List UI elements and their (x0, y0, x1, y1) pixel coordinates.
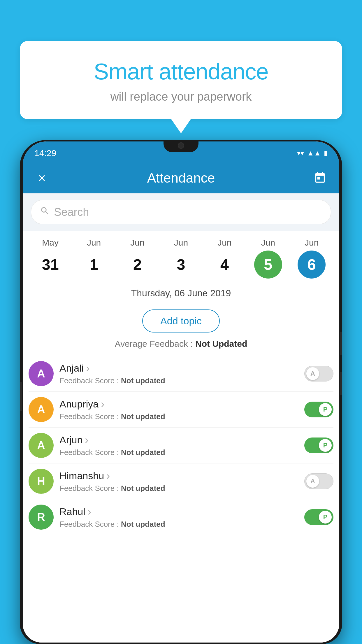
student-info[interactable]: ArjunFeedback Score : Not updated (59, 434, 298, 457)
phone-screen: 14:29 ▾▾ ▲▲ ▮ × Attendance (23, 141, 339, 643)
wifi-icon: ▾▾ (297, 149, 304, 157)
close-button[interactable]: × (33, 170, 51, 186)
speech-bubble-container: Smart attendance will replace your paper… (20, 41, 342, 119)
student-feedback: Feedback Score : Not updated (59, 376, 298, 385)
search-input[interactable]: Search (54, 206, 322, 218)
attendance-toggle[interactable]: A (304, 366, 333, 382)
add-topic-button[interactable]: Add topic (142, 309, 220, 332)
student-list: AAnjaliFeedback Score : Not updatedAAAnu… (23, 356, 339, 535)
toggle-knob: P (319, 511, 332, 524)
date-month-label: Jun (217, 238, 231, 248)
search-bar[interactable]: Search (31, 200, 331, 224)
phone-notch (164, 140, 198, 152)
student-info[interactable]: HimanshuFeedback Score : Not updated (59, 470, 298, 493)
toggle-switch[interactable]: P (304, 402, 333, 417)
student-item: AAnupriyaFeedback Score : Not updatedP (29, 392, 333, 428)
bubble-title: Smart attendance (37, 58, 325, 85)
date-number[interactable]: 31 (36, 251, 64, 279)
toggle-switch[interactable]: P (304, 509, 333, 525)
calendar-date-31[interactable]: May31 (34, 238, 66, 279)
student-name[interactable]: Arjun (59, 434, 298, 446)
student-feedback: Feedback Score : Not updated (59, 520, 298, 529)
toggle-knob: P (319, 403, 332, 416)
student-item: HHimanshuFeedback Score : Not updatedA (29, 463, 333, 499)
student-feedback: Feedback Score : Not updated (59, 448, 298, 457)
search-icon (40, 206, 50, 218)
calendar-date-6[interactable]: Jun6 (296, 238, 328, 279)
date-month-label: Jun (305, 238, 319, 248)
student-feedback: Feedback Score : Not updated (59, 484, 298, 493)
student-avatar: A (29, 397, 54, 422)
date-month-label: Jun (261, 238, 275, 248)
toggle-switch[interactable]: P (304, 438, 333, 453)
date-month-label: Jun (174, 238, 188, 248)
avg-feedback-label: Average Feedback : (115, 339, 193, 349)
toggle-knob: A (306, 367, 319, 380)
calendar-strip: May31Jun1Jun2Jun3Jun4Jun5Jun6 (23, 231, 339, 283)
student-avatar: R (29, 505, 54, 530)
signal-icon: ▲▲ (307, 149, 321, 157)
date-month-label: Jun (130, 238, 144, 248)
volume-down-button (340, 372, 342, 395)
student-name[interactable]: Anjali (59, 362, 298, 374)
student-item: AArjunFeedback Score : Not updatedP (29, 428, 333, 463)
avg-feedback-value: Not Updated (195, 339, 247, 349)
front-camera (178, 142, 184, 149)
attendance-toggle[interactable]: P (304, 402, 333, 417)
date-number[interactable]: 6 (298, 251, 326, 279)
status-time: 14:29 (34, 148, 56, 158)
student-name[interactable]: Rahul (59, 506, 298, 518)
attendance-toggle[interactable]: P (304, 438, 333, 453)
student-info[interactable]: RahulFeedback Score : Not updated (59, 506, 298, 529)
toggle-switch[interactable]: A (304, 473, 333, 489)
date-number[interactable]: 5 (254, 251, 282, 279)
student-info[interactable]: AnjaliFeedback Score : Not updated (59, 362, 298, 385)
background: Smart attendance will replace your paper… (0, 0, 362, 644)
date-number[interactable]: 1 (80, 251, 108, 279)
bubble-subtitle: will replace your paperwork (37, 90, 325, 103)
student-avatar: A (29, 433, 54, 458)
student-name[interactable]: Himanshu (59, 470, 298, 482)
calendar-date-4[interactable]: Jun4 (208, 238, 240, 279)
date-month-label: Jun (87, 238, 101, 248)
toggle-switch[interactable]: A (304, 366, 333, 382)
date-month-label: May (42, 238, 59, 248)
speech-bubble: Smart attendance will replace your paper… (20, 41, 342, 119)
calendar-date-5[interactable]: Jun5 (252, 238, 284, 279)
attendance-toggle[interactable]: A (304, 473, 333, 489)
header-title: Attendance (51, 170, 311, 186)
phone-frame: 14:29 ▾▾ ▲▲ ▮ × Attendance (20, 140, 342, 644)
app-content: Search May31Jun1Jun2Jun3Jun4Jun5Jun6 Thu… (23, 193, 339, 643)
student-item: RRahulFeedback Score : Not updatedP (29, 499, 333, 535)
calendar-date-2[interactable]: Jun2 (122, 238, 154, 279)
date-number[interactable]: 2 (124, 251, 152, 279)
calendar-date-1[interactable]: Jun1 (78, 238, 110, 279)
toggle-knob: P (319, 439, 332, 452)
calendar-date-3[interactable]: Jun3 (165, 238, 197, 279)
avg-feedback: Average Feedback : Not Updated (23, 339, 339, 356)
student-name[interactable]: Anupriya (59, 398, 298, 410)
student-item: AAnjaliFeedback Score : Not updatedA (29, 356, 333, 392)
search-container: Search (23, 193, 339, 231)
date-number[interactable]: 3 (167, 251, 195, 279)
student-avatar: H (29, 469, 54, 494)
student-info[interactable]: AnupriyaFeedback Score : Not updated (59, 398, 298, 421)
volume-button (20, 382, 22, 411)
student-avatar: A (29, 361, 54, 386)
calendar-icon[interactable] (311, 172, 329, 184)
date-number[interactable]: 4 (210, 251, 238, 279)
student-feedback: Feedback Score : Not updated (59, 412, 298, 421)
status-icons: ▾▾ ▲▲ ▮ (297, 149, 328, 157)
add-topic-container: Add topic (23, 303, 339, 339)
selected-date-label: Thursday, 06 June 2019 (23, 283, 339, 303)
battery-icon: ▮ (324, 149, 328, 157)
attendance-toggle[interactable]: P (304, 509, 333, 525)
power-button (340, 332, 342, 355)
app-header: × Attendance (23, 162, 339, 193)
toggle-knob: A (306, 475, 319, 488)
